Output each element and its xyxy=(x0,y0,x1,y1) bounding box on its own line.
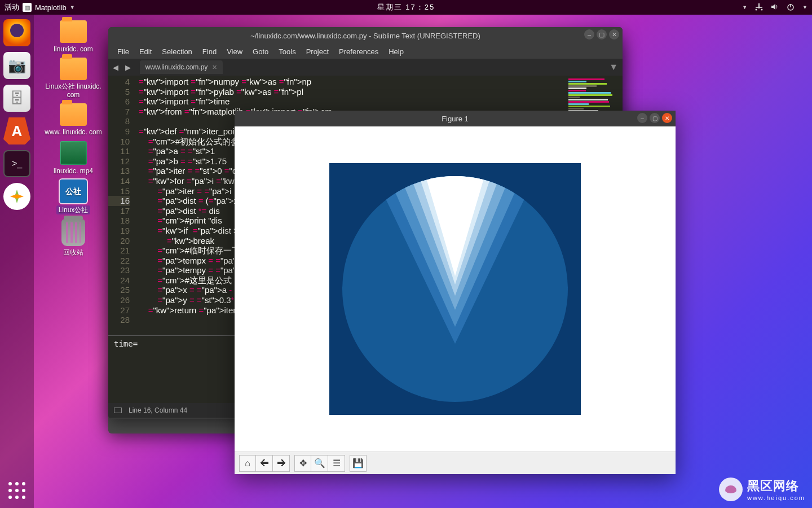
network-icon[interactable] xyxy=(755,3,763,12)
menu-selection[interactable]: Selection xyxy=(157,46,196,57)
menu-view[interactable]: View xyxy=(222,46,247,57)
watermark-logo-icon xyxy=(719,478,743,501)
forward-button[interactable]: 🡲 xyxy=(273,455,290,472)
pan-button[interactable]: ✥ xyxy=(294,455,311,472)
desktop-shortcut[interactable]: 公社Linux公社 xyxy=(39,179,107,214)
menu-goto[interactable]: Goto xyxy=(248,46,273,57)
figure-toolbar: ⌂ 🡰 🡲 ✥ 🔍 ☰ 💾 xyxy=(235,452,676,474)
matplotlib-app-icon: ▥ xyxy=(23,3,32,12)
activities-button[interactable]: 活动 xyxy=(5,2,19,12)
desktop-folder[interactable]: Linux公社 linuxidc. com xyxy=(39,58,107,99)
editor-tab[interactable]: www.linuxidc.com.py✕ xyxy=(140,60,223,74)
tab-close-icon[interactable]: ✕ xyxy=(212,64,217,71)
dock-files-icon[interactable]: 🗄 xyxy=(3,85,30,112)
top-panel: 活动 ▥ Matplotlib ▼ 星期三 17：25 ▼ ▼ xyxy=(0,0,812,15)
svg-rect-2 xyxy=(760,7,762,8)
desktop-folder[interactable]: www. linuxidc. com xyxy=(39,103,107,136)
fig-close-button[interactable]: ✕ xyxy=(662,113,672,123)
svg-point-3 xyxy=(758,6,760,8)
matplotlib-figure-window: Figure 1 – ▢ ✕ xyxy=(235,111,676,474)
menu-find[interactable]: Find xyxy=(198,46,221,57)
menu-preferences[interactable]: Preferences xyxy=(334,46,383,57)
close-button[interactable]: ✕ xyxy=(609,29,619,40)
dock-firefox-icon[interactable] xyxy=(3,19,30,46)
zoom-button[interactable]: 🔍 xyxy=(311,455,328,472)
figure-title: Figure 1 xyxy=(442,115,469,123)
show-apps-button[interactable] xyxy=(8,482,25,499)
figure-canvas xyxy=(235,126,676,452)
desktop-trash[interactable]: 回收站 xyxy=(39,219,107,256)
system-chevron-icon[interactable]: ▼ xyxy=(802,5,807,10)
configure-button[interactable]: ☰ xyxy=(328,455,345,472)
panel-toggle-icon[interactable] xyxy=(114,408,122,413)
desktop-icons: linuxidc. com Linux公社 linuxidc. com www.… xyxy=(39,20,107,257)
menu-help[interactable]: Help xyxy=(384,46,408,57)
desktop-video[interactable]: linuxidc. mp4 xyxy=(39,141,107,175)
nav-back-forward-icon[interactable]: ◀ ▶ xyxy=(113,63,133,72)
desktop-folder[interactable]: linuxidc. com xyxy=(39,20,107,53)
dock-camera-icon[interactable]: 📷 xyxy=(3,52,30,79)
save-button[interactable]: 💾 xyxy=(350,455,367,472)
fig-maximize-button[interactable]: ▢ xyxy=(650,113,660,123)
svg-rect-1 xyxy=(756,7,758,8)
watermark: 黑区网络www.heiqu.com xyxy=(719,478,805,501)
back-button[interactable]: 🡰 xyxy=(256,455,273,472)
menubar: File Edit Selection Find View Goto Tools… xyxy=(108,44,623,59)
menu-edit[interactable]: Edit xyxy=(135,46,156,57)
power-icon[interactable] xyxy=(787,3,795,12)
menu-project[interactable]: Project xyxy=(302,46,333,57)
svg-point-4 xyxy=(756,8,757,10)
status-text: Line 16, Column 44 xyxy=(129,406,187,414)
figure-titlebar[interactable]: Figure 1 – ▢ ✕ xyxy=(235,111,676,126)
clock[interactable]: 星期三 17：25 xyxy=(377,2,435,12)
chevron-down-icon[interactable]: ▼ xyxy=(70,5,75,10)
minimize-button[interactable]: – xyxy=(584,29,594,40)
dock: 📷 🗄 ◆ >_ xyxy=(0,15,34,508)
volume-icon[interactable] xyxy=(771,3,779,12)
maximize-button[interactable]: ▢ xyxy=(597,29,607,40)
svg-point-5 xyxy=(761,8,763,10)
tabstrip: ◀ ▶ www.linuxidc.com.py✕ ▼ xyxy=(108,59,623,76)
sublime-titlebar[interactable]: ~/linuxidc.com/www.linuxidc.com.py - Sub… xyxy=(108,27,623,44)
plot-image xyxy=(329,163,581,415)
menu-file[interactable]: File xyxy=(113,46,134,57)
dock-software-icon[interactable] xyxy=(3,117,30,144)
line-gutter: 4567891011121314151617181920212223242526… xyxy=(108,76,135,335)
tab-dropdown-icon[interactable]: ▼ xyxy=(609,62,618,72)
app-menu-label[interactable]: Matplotlib xyxy=(35,3,67,12)
home-button[interactable]: ⌂ xyxy=(239,455,256,472)
dock-terminal-icon[interactable]: >_ xyxy=(3,150,30,177)
dock-help-icon[interactable] xyxy=(3,183,30,210)
sublime-title: ~/linuxidc.com/www.linuxidc.com.py - Sub… xyxy=(250,32,480,40)
indicator-chevron-icon[interactable]: ▼ xyxy=(742,5,747,10)
svg-rect-0 xyxy=(758,3,760,6)
fig-minimize-button[interactable]: – xyxy=(637,113,647,123)
menu-tools[interactable]: Tools xyxy=(274,46,300,57)
